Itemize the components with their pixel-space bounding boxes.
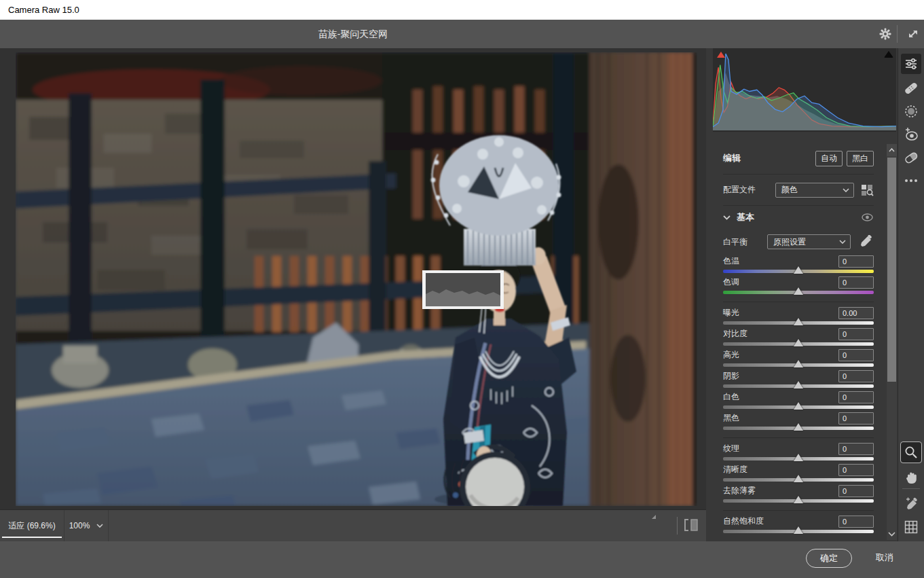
profile-dropdown[interactable]: 颜色 bbox=[775, 183, 854, 198]
document-title: 苗族-聚问天空网 bbox=[0, 20, 706, 48]
photo-preview[interactable] bbox=[16, 52, 697, 506]
slider-track[interactable] bbox=[723, 382, 874, 391]
hand-icon bbox=[904, 469, 918, 484]
slider-value-input[interactable] bbox=[838, 370, 874, 382]
cancel-button[interactable]: 取消 bbox=[872, 551, 898, 564]
more-dots-icon bbox=[904, 179, 919, 183]
slider-value-input[interactable] bbox=[838, 255, 874, 268]
slider-track[interactable] bbox=[723, 476, 874, 484]
tool-presets[interactable] bbox=[901, 147, 921, 168]
slider-label: 白色 bbox=[723, 391, 838, 403]
tool-heal[interactable] bbox=[901, 78, 921, 98]
slider-track[interactable] bbox=[723, 268, 874, 276]
tool-edit[interactable] bbox=[901, 54, 921, 74]
image-canvas[interactable] bbox=[0, 48, 706, 509]
slider-thumb[interactable] bbox=[794, 318, 803, 325]
slider-value-input[interactable] bbox=[838, 443, 874, 455]
photo-color-cast bbox=[16, 52, 697, 506]
slider-row: 去除薄雾 bbox=[723, 484, 874, 505]
slider-value-input[interactable] bbox=[838, 307, 874, 319]
slider-thumb[interactable] bbox=[794, 423, 803, 431]
sliders-icon bbox=[904, 56, 919, 71]
slider-track[interactable] bbox=[723, 403, 874, 412]
chevron-down-icon bbox=[723, 215, 731, 220]
tool-more[interactable] bbox=[901, 170, 921, 191]
slider-track[interactable] bbox=[723, 425, 874, 433]
slider-thumb[interactable] bbox=[794, 454, 803, 461]
slider-value-input[interactable] bbox=[838, 328, 874, 340]
edit-panel-title: 编辑 bbox=[723, 152, 815, 164]
slider-value-input[interactable] bbox=[838, 391, 874, 403]
grid-icon bbox=[904, 520, 918, 534]
slider-thumb[interactable] bbox=[794, 339, 803, 346]
ok-button[interactable]: 确定 bbox=[806, 549, 852, 568]
histogram-plot bbox=[713, 48, 896, 130]
eye-icon bbox=[862, 213, 873, 221]
profile-label: 配置文件 bbox=[723, 184, 775, 196]
auto-button[interactable]: 自动 bbox=[815, 151, 843, 166]
white-balance-eyedropper-button[interactable] bbox=[859, 235, 872, 249]
slider-value-input[interactable] bbox=[838, 516, 874, 528]
before-after-button[interactable] bbox=[683, 518, 699, 532]
section-divider bbox=[723, 510, 874, 511]
eyedropper-icon bbox=[859, 235, 872, 249]
chevron-down-icon bbox=[843, 188, 849, 192]
panel-scrollbar[interactable] bbox=[887, 144, 897, 540]
zoom-level-dropdown[interactable]: 100% bbox=[64, 510, 109, 541]
scroll-up-button[interactable] bbox=[887, 144, 897, 156]
slider-thumb[interactable] bbox=[794, 496, 803, 503]
basic-section-header[interactable]: 基本 bbox=[723, 206, 874, 229]
tool-mask[interactable] bbox=[901, 101, 921, 122]
slider-track[interactable] bbox=[723, 361, 874, 369]
profile-browser-button[interactable] bbox=[861, 184, 874, 196]
tool-red-eye[interactable] bbox=[901, 124, 921, 145]
before-after-icon bbox=[683, 518, 699, 532]
tool-rail-divider bbox=[902, 488, 920, 489]
highlight-clipping-toggle[interactable] bbox=[883, 50, 894, 59]
slider-thumb[interactable] bbox=[794, 266, 803, 274]
slider-value-input[interactable] bbox=[838, 412, 874, 425]
slider-value-input[interactable] bbox=[838, 276, 874, 289]
slider-value-input[interactable] bbox=[838, 349, 874, 361]
basic-visibility-toggle[interactable] bbox=[862, 213, 873, 221]
slider-track[interactable] bbox=[723, 528, 874, 536]
slider-thumb[interactable] bbox=[794, 475, 803, 482]
section-divider bbox=[723, 302, 874, 302]
white-balance-dropdown[interactable]: 原照设置 bbox=[767, 234, 851, 249]
slider-track[interactable] bbox=[723, 289, 874, 297]
slider-label: 黑色 bbox=[723, 412, 838, 424]
scrollbar-thumb[interactable] bbox=[887, 158, 896, 382]
slider-track[interactable] bbox=[723, 497, 874, 505]
slider-track[interactable] bbox=[723, 319, 874, 327]
tool-zoom[interactable] bbox=[901, 442, 921, 463]
tool-grid-overlay[interactable] bbox=[901, 517, 921, 537]
slider-thumb[interactable] bbox=[794, 402, 803, 410]
slider-value-input[interactable] bbox=[838, 485, 874, 497]
highlight-clipping-icon bbox=[884, 51, 893, 58]
settings-button[interactable] bbox=[876, 25, 894, 43]
window-title: Camera Raw 15.0 bbox=[8, 5, 79, 15]
slider-label: 清晰度 bbox=[723, 464, 838, 475]
edit-pane: 编辑 自动 黑白 配置文件 颜色 bbox=[706, 48, 898, 541]
slider-value-input[interactable] bbox=[838, 464, 874, 476]
scroll-down-button[interactable] bbox=[887, 528, 897, 539]
slider-thumb[interactable] bbox=[794, 360, 803, 367]
fullscreen-button[interactable] bbox=[904, 25, 922, 43]
slider-track[interactable] bbox=[723, 340, 874, 348]
chevron-down-icon bbox=[96, 524, 103, 528]
slider-thumb[interactable] bbox=[794, 381, 803, 389]
tool-white-balance-picker[interactable] bbox=[901, 494, 921, 514]
slider-thumb[interactable] bbox=[794, 287, 803, 295]
slider-row: 色温 bbox=[723, 255, 874, 276]
slider-thumb[interactable] bbox=[794, 526, 803, 534]
slider-row: 阴影 bbox=[723, 369, 874, 391]
slider-label: 色温 bbox=[723, 255, 838, 267]
red-eye-icon bbox=[903, 127, 919, 142]
histogram[interactable] bbox=[713, 48, 896, 132]
profile-browser-icon bbox=[861, 184, 874, 196]
tool-hand[interactable] bbox=[901, 467, 921, 487]
shadow-clipping-toggle[interactable] bbox=[715, 50, 726, 59]
slider-track[interactable] bbox=[723, 455, 874, 463]
black-white-button[interactable]: 黑白 bbox=[847, 151, 874, 166]
slider-label: 高光 bbox=[723, 349, 838, 361]
